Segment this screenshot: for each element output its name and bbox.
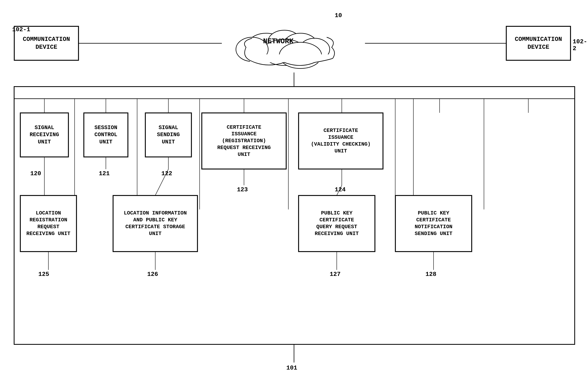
unit-122-box: SIGNALSENDINGUNIT <box>145 113 192 157</box>
ref-10: 10 <box>335 12 342 19</box>
ref-126: 126 <box>147 271 158 278</box>
comm-device-2-box: COMMUNICATION DEVICE <box>506 26 571 60</box>
ref-101: 101 <box>286 364 297 371</box>
ref-128: 128 <box>426 271 436 278</box>
unit-124-box: CERTIFICATEISSUANCE(VALIDITY CHECKING)UN… <box>299 113 383 169</box>
ref-123: 123 <box>237 186 248 193</box>
ref-102-2: 102-2 <box>573 38 588 52</box>
unit-120-box: SIGNALRECEIVINGUNIT <box>20 113 69 157</box>
network-label: NETWORK <box>248 37 309 45</box>
unit-127-box: PUBLIC KEYCERTIFICATEQUERY REQUESTRECEIV… <box>299 195 375 252</box>
ref-120: 120 <box>30 170 41 177</box>
ref-124: 124 <box>335 186 346 193</box>
ref-121: 121 <box>99 170 110 177</box>
svg-rect-9 <box>250 54 333 62</box>
ref-102-1: 102-1 <box>12 26 30 33</box>
unit-123-box: CERTIFICATEISSUANCE(REGISTRATION)REQUEST… <box>202 113 286 169</box>
svg-point-7 <box>279 42 322 68</box>
unit-128-box: PUBLIC KEYCERTIFICATENOTIFICATIONSENDING… <box>395 195 472 252</box>
unit-121-box: SESSIONCONTROLUNIT <box>84 113 128 157</box>
comm-device-2-label: COMMUNICATION DEVICE <box>509 35 568 51</box>
comm-device-1-label: COMMUNICATION DEVICE <box>17 35 76 51</box>
unit-125-box: LOCATIONREGISTRATIONREQUESTRECEIVING UNI… <box>20 195 77 252</box>
ref-122: 122 <box>161 170 172 177</box>
ref-127: 127 <box>330 271 341 278</box>
ref-125: 125 <box>38 271 49 278</box>
diagram: COMMUNICATION DEVICE COMMUNICATION DEVIC… <box>0 0 588 378</box>
diagram-svg <box>0 0 588 378</box>
unit-126-box: LOCATION INFORMATIONAND PUBLIC KEYCERTIF… <box>113 195 198 252</box>
